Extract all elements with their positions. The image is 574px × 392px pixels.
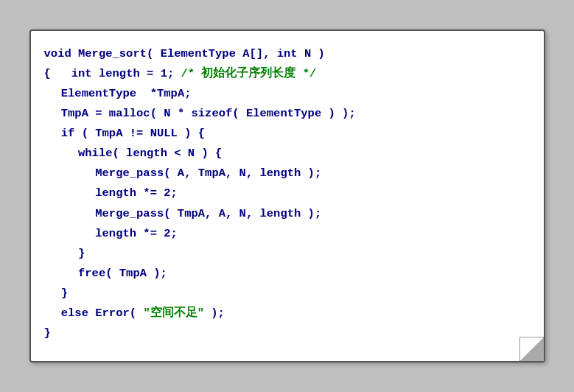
code-line-14: else Error( "空间不足" ); [44, 304, 526, 323]
code-card: void Merge_sort( ElementType A[], int N … [29, 29, 545, 363]
text: ElementType *TmpA; [61, 87, 192, 100]
code-line-9: Merge_pass( TmpA, A, N, length ); [44, 204, 526, 224]
code-line-1: void Merge_sort( ElementType A[], int N … [44, 44, 526, 64]
code-line-8: length *= 2; [44, 183, 526, 203]
text: TmpA = malloc( N * [61, 107, 192, 120]
text: } [61, 287, 68, 300]
text: ( length < N ) { [113, 147, 223, 160]
code-line-2: { int length = 1; /* 初始化子序列长度 */ [44, 64, 526, 84]
code-line-4: TmpA = malloc( N * sizeof( ElementType )… [44, 104, 526, 124]
text: void Merge_sort( ElementType A[], [44, 47, 277, 60]
code-line-12: free( TmpA ); [44, 264, 526, 284]
text: Error( [88, 307, 143, 320]
text: Merge_pass( TmpA, A, N, length ); [95, 207, 321, 220]
code-line-10: length *= 2; [44, 224, 526, 244]
code-line-5: if ( TmpA != NULL ) { [44, 124, 526, 144]
text: Merge_pass( A, TmpA, N, length ); [95, 167, 321, 180]
text: length *= 2; [95, 186, 178, 200]
code-line-7: Merge_pass( A, TmpA, N, length ); [44, 164, 526, 183]
text: { [44, 67, 71, 80]
code-line-13: } [44, 284, 526, 304]
text: } [78, 247, 85, 260]
keyword-int: int [277, 47, 298, 60]
code-line-6: while( length < N ) { [44, 144, 526, 164]
text: } [44, 326, 51, 340]
comment: /* 初始化子序列长度 */ [181, 67, 317, 80]
text: ( TmpA != NULL ) { [74, 127, 205, 140]
code-line-3: ElementType *TmpA; [44, 84, 526, 104]
keyword-while: while [78, 147, 113, 160]
text: ); [204, 307, 225, 320]
text: length = 1; [92, 67, 181, 80]
keyword-if: if [61, 127, 75, 140]
code-block: void Merge_sort( ElementType A[], int N … [44, 44, 526, 344]
text: free( TmpA ); [78, 267, 167, 280]
text: ( ElementType ) ); [232, 107, 355, 120]
code-line-11: } [44, 244, 526, 264]
keyword-else: else [61, 307, 88, 320]
code-line-15: } [44, 323, 526, 343]
keyword-sizeof: sizeof [191, 107, 232, 120]
string-literal: "空间不足" [143, 307, 204, 320]
keyword-int: int [71, 67, 92, 80]
text: N ) [298, 47, 325, 60]
text: length *= 2; [95, 227, 178, 240]
